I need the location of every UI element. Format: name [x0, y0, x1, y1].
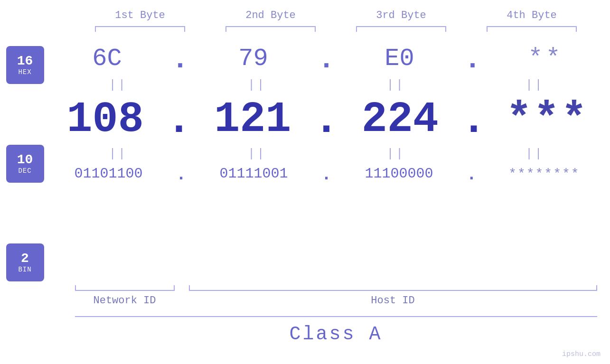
- dec-cell-1: 108: [53, 95, 158, 144]
- bin-dot-1: .: [176, 165, 187, 185]
- equals-row-1: || || || ||: [49, 78, 604, 92]
- dec-badge-label: DEC: [18, 167, 31, 175]
- badges-column: 16 HEX 10 DEC 2 BIN: [6, 46, 44, 281]
- eq-1-4: ||: [482, 78, 587, 92]
- class-label: Class A: [75, 324, 597, 345]
- bracket-top-2: [225, 26, 316, 32]
- dec-dot-1: .: [166, 96, 192, 145]
- byte-header-4: 4th Byte: [479, 9, 584, 21]
- bracket-gap: [175, 285, 189, 291]
- network-id-label: Network ID: [75, 295, 175, 307]
- hex-dot-2: .: [318, 44, 335, 76]
- bracket-top-3: [356, 26, 446, 32]
- bin-cell-2: 01111001: [202, 166, 306, 182]
- top-brackets: [75, 26, 597, 32]
- class-section: Class A: [75, 316, 597, 345]
- hex-val-4: **: [528, 45, 563, 73]
- dec-val-2: 121: [214, 95, 291, 144]
- labels-row: Network ID Host ID: [75, 295, 597, 307]
- eq-1-1: ||: [66, 78, 170, 92]
- dec-cell-4: ***: [495, 95, 600, 144]
- eq-1-3: ||: [344, 78, 448, 92]
- dec-cell-3: 224: [348, 95, 452, 144]
- eq-2-1: ||: [66, 147, 170, 161]
- hex-badge-label: HEX: [18, 68, 31, 76]
- dec-dot-3: .: [461, 96, 487, 145]
- bin-cell-3: 11100000: [347, 166, 451, 182]
- bin-val-4: ********: [508, 167, 580, 181]
- hex-cell-4: **: [493, 45, 598, 73]
- hex-badge: 16 HEX: [6, 46, 44, 84]
- hex-dot-3: .: [464, 44, 481, 76]
- values-grid: 6C . 79 . E0 . ** || || || ||: [49, 41, 604, 185]
- bottom-brackets-row: [75, 285, 597, 291]
- hex-val-3: E0: [385, 45, 414, 73]
- dec-badge: 10 DEC: [6, 145, 44, 183]
- byte-headers: 1st Byte 2nd Byte 3rd Byte 4th Byte: [75, 9, 597, 21]
- eq-2-2: ||: [205, 147, 309, 161]
- watermark: ipshu.com: [562, 350, 601, 358]
- bracket-top-1: [95, 26, 185, 32]
- hex-badge-number: 16: [17, 54, 33, 69]
- hex-row: 6C . 79 . E0 . **: [49, 41, 604, 76]
- dec-cell-2: 121: [200, 95, 305, 144]
- dec-badge-number: 10: [17, 153, 33, 168]
- bracket-top-4: [487, 26, 577, 32]
- dec-val-4: ***: [506, 95, 589, 144]
- bottom-section: Network ID Host ID: [75, 285, 597, 307]
- content-area: 16 HEX 10 DEC 2 BIN 6C . 79: [6, 41, 604, 281]
- bracket-bottom-network: [75, 285, 175, 291]
- byte-header-1: 1st Byte: [88, 9, 192, 21]
- dec-row: 108 . 121 . 224 . ***: [49, 94, 604, 145]
- hex-cell-2: 79: [201, 45, 305, 73]
- dec-val-1: 108: [67, 95, 144, 144]
- dec-dot-2: .: [313, 96, 339, 145]
- bracket-bottom-host: [189, 285, 597, 291]
- class-bracket-line: [75, 316, 597, 317]
- bin-dot-2: .: [321, 165, 332, 185]
- bin-dot-3: .: [467, 165, 477, 185]
- bin-badge-number: 2: [21, 252, 29, 266]
- eq-2-4: ||: [482, 147, 587, 161]
- bin-cell-1: 01101100: [56, 166, 161, 182]
- bin-cell-4: ********: [492, 167, 596, 181]
- hex-val-2: 79: [238, 45, 268, 73]
- host-id-label: Host ID: [189, 295, 597, 307]
- eq-2-3: ||: [344, 147, 448, 161]
- bin-badge-label: BIN: [18, 266, 31, 273]
- bin-badge: 2 BIN: [6, 243, 44, 281]
- main-container: 1st Byte 2nd Byte 3rd Byte 4th Byte 16 H…: [0, 0, 610, 364]
- byte-header-3: 3rd Byte: [349, 9, 453, 21]
- hex-val-1: 6C: [92, 45, 122, 73]
- bin-row: 01101100 . 01111001 . 11100000 . *******…: [49, 163, 604, 185]
- equals-row-2: || || || ||: [49, 147, 604, 161]
- bin-val-2: 01111001: [219, 166, 288, 182]
- byte-header-2: 2nd Byte: [218, 9, 323, 21]
- hex-dot-1: .: [171, 44, 188, 76]
- hex-cell-1: 6C: [55, 45, 159, 73]
- eq-1-2: ||: [205, 78, 309, 92]
- bin-val-3: 11100000: [365, 166, 433, 182]
- hex-cell-3: E0: [347, 45, 451, 73]
- bin-val-1: 01101100: [75, 166, 143, 182]
- dec-val-3: 224: [362, 95, 439, 144]
